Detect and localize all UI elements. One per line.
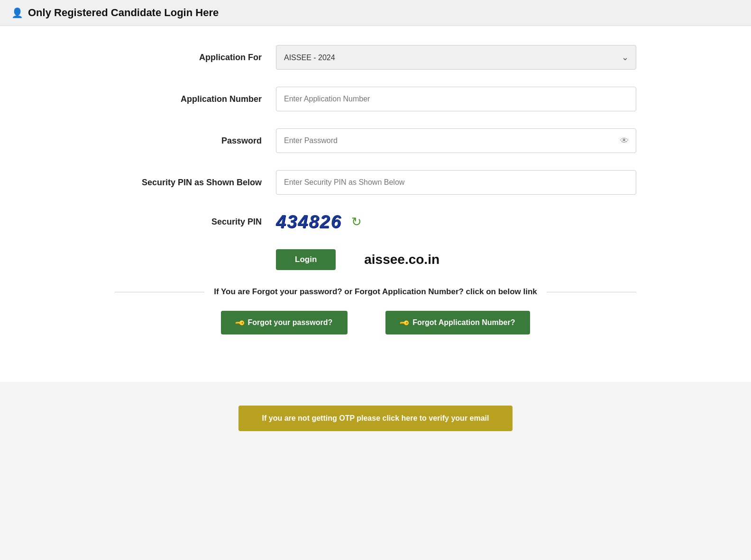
application-for-select[interactable]: AISSEE - 2024 bbox=[276, 45, 636, 70]
divider-left bbox=[115, 292, 204, 292]
security-pin-value: 434826 bbox=[276, 212, 342, 232]
page-container: 👤 Only Registered Candidate Login Here A… bbox=[0, 0, 751, 560]
security-pin-display-row: Security PIN 434826 ↻ bbox=[115, 212, 636, 232]
otp-button-row: If you are not getting OTP please click … bbox=[115, 406, 636, 431]
divider-right bbox=[547, 292, 636, 292]
form-container: Application For AISSEE - 2024 ⌄ Applicat… bbox=[0, 26, 751, 382]
login-row: Login aissee.co.in bbox=[115, 249, 636, 270]
application-for-row: Application For AISSEE - 2024 ⌄ bbox=[115, 45, 636, 70]
application-number-label: Application Number bbox=[115, 94, 276, 104]
application-for-select-wrapper: AISSEE - 2024 ⌄ bbox=[276, 45, 636, 70]
key-icon-right: 🔑 bbox=[399, 317, 410, 328]
forgot-appno-button[interactable]: 🔑 Forgot Application Number? bbox=[385, 311, 530, 334]
site-name: aissee.co.in bbox=[364, 252, 440, 267]
security-pin-display-label: Security PIN bbox=[115, 217, 276, 227]
security-pin-input[interactable] bbox=[276, 170, 636, 195]
password-input[interactable] bbox=[276, 128, 636, 153]
application-for-label: Application For bbox=[115, 53, 276, 63]
forgot-password-button[interactable]: 🔑 Forgot your password? bbox=[221, 311, 348, 334]
password-wrapper: 👁︎ bbox=[276, 128, 636, 153]
divider-row: If You are Forgot your password? or Forg… bbox=[115, 287, 636, 297]
forgot-password-label: Forgot your password? bbox=[248, 318, 333, 327]
password-label: Password bbox=[115, 136, 276, 146]
user-icon: 👤 bbox=[11, 7, 23, 18]
forgot-section-text: If You are Forgot your password? or Forg… bbox=[214, 287, 537, 297]
security-pin-display-area: 434826 ↻ bbox=[276, 212, 362, 232]
refresh-icon[interactable]: ↻ bbox=[351, 215, 362, 229]
security-pin-input-row: Security PIN as Shown Below bbox=[115, 170, 636, 195]
application-number-input[interactable] bbox=[276, 87, 636, 111]
security-pin-input-label: Security PIN as Shown Below bbox=[115, 178, 276, 188]
application-number-row: Application Number bbox=[115, 87, 636, 111]
otp-verify-button[interactable]: If you are not getting OTP please click … bbox=[238, 406, 513, 431]
password-row: Password 👁︎ bbox=[115, 128, 636, 153]
forgot-appno-label: Forgot Application Number? bbox=[412, 318, 515, 327]
forgot-buttons-row: 🔑 Forgot your password? 🔑 Forgot Applica… bbox=[115, 311, 636, 334]
header-title: Only Registered Candidate Login Here bbox=[28, 7, 219, 19]
login-button[interactable]: Login bbox=[276, 249, 336, 270]
key-icon-left: 🔑 bbox=[234, 317, 245, 328]
header: 👤 Only Registered Candidate Login Here bbox=[0, 0, 751, 26]
eye-icon[interactable]: 👁︎ bbox=[620, 136, 629, 146]
bottom-section: If you are not getting OTP please click … bbox=[0, 382, 751, 455]
